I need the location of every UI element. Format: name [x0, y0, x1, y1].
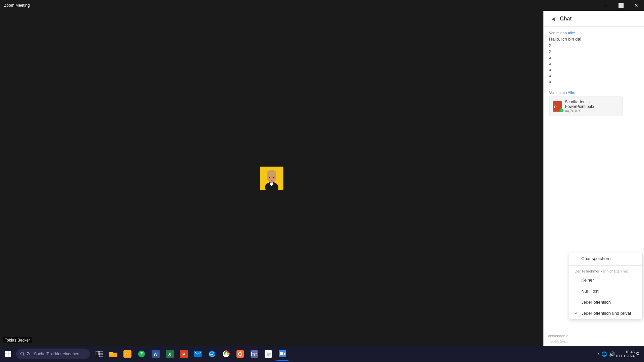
- volume-icon[interactable]: 🔊: [609, 351, 615, 357]
- taskbar-app-69[interactable]: 69: [121, 347, 134, 361]
- svg-rect-6: [267, 173, 276, 176]
- svg-rect-13: [5, 354, 8, 357]
- dropdown-option-public-only[interactable]: Jeder öffentlich: [569, 297, 642, 308]
- svg-rect-11: [5, 351, 8, 354]
- dropdown-option-host-only[interactable]: Nur Host: [569, 286, 642, 297]
- participant-video: [260, 167, 283, 190]
- file-name: Schriftarten in PowerPoint.pptx: [565, 100, 619, 109]
- video-area: Tobias Becker: [0, 11, 543, 346]
- chat-header: ◀ Chat: [544, 11, 644, 27]
- message-sender-1: Von mir an Alle:: [549, 31, 639, 35]
- svg-point-36: [254, 354, 255, 356]
- svg-rect-17: [96, 351, 99, 355]
- file-size: 44,76 KB: [565, 109, 619, 113]
- search-icon: [20, 352, 25, 356]
- file-info: Schriftarten in PowerPoint.pptx 44,76 KB: [565, 100, 619, 113]
- svg-rect-18: [99, 351, 103, 354]
- taskbar-apps: 69 W X P: [93, 347, 289, 361]
- taskbar-design[interactable]: [233, 347, 247, 361]
- taskbar-snip[interactable]: [248, 347, 261, 361]
- taskbar-excel[interactable]: X: [163, 347, 176, 361]
- taskbar-search[interactable]: Zur Suche Text hier eingeben: [16, 349, 90, 359]
- svg-line-16: [23, 355, 25, 356]
- taskbar-search-text: Zur Suche Text hier eingeben: [27, 352, 79, 356]
- maximize-button[interactable]: ⬜: [613, 0, 629, 11]
- taskbar: Zur Suche Text hier eingeben 69: [0, 346, 644, 362]
- dropdown-option-none[interactable]: Keiner: [569, 275, 642, 286]
- chat-title: Chat: [560, 16, 572, 22]
- taskbar-clock[interactable]: 10:45 01.01.2024: [616, 350, 635, 358]
- window-controls: – ⬜ ✕: [598, 0, 644, 11]
- svg-point-8: [273, 177, 274, 178]
- svg-rect-14: [8, 354, 11, 357]
- taskbar-edge[interactable]: [205, 347, 219, 361]
- chat-footer: Versenden a... Tippen Sie...: [544, 331, 644, 346]
- taskbar-powerpoint[interactable]: P: [177, 347, 191, 361]
- taskbar-explorer[interactable]: [107, 347, 120, 361]
- taskbar-zoom[interactable]: [276, 347, 289, 361]
- title-bar: Zoom Meeting – ⬜ ✕: [0, 0, 644, 11]
- window-title: Zoom Meeting: [4, 3, 30, 8]
- message-sender-2: Von mir an Alle:: [549, 90, 639, 95]
- minimize-button[interactable]: –: [598, 0, 613, 11]
- avatar-svg: [260, 167, 283, 190]
- svg-rect-43: [280, 352, 283, 355]
- taskbar-email[interactable]: [191, 347, 205, 361]
- send-to-row: Versenden a...: [548, 334, 640, 338]
- system-tray-arrow[interactable]: ∧: [597, 352, 600, 356]
- svg-rect-12: [8, 351, 11, 354]
- taskbar-spotify[interactable]: [135, 347, 148, 361]
- taskbar-chrome[interactable]: [219, 347, 233, 361]
- svg-rect-19: [99, 354, 103, 357]
- participant-name-label: Tobias Becker: [3, 337, 32, 343]
- message-group-2: Von mir an Alle: P ✓ Schr: [549, 90, 639, 116]
- svg-rect-24: [194, 351, 202, 357]
- avatar-container: [260, 167, 283, 190]
- svg-text:P: P: [554, 105, 556, 109]
- notification-icon[interactable]: 🗨: [636, 352, 640, 356]
- dropdown-save-chat[interactable]: Chat speichern: [569, 253, 642, 264]
- close-button[interactable]: ✕: [629, 0, 644, 11]
- svg-rect-22: [109, 352, 113, 353]
- file-icon-container: P ✓: [553, 101, 562, 112]
- start-button[interactable]: [1, 347, 15, 361]
- file-attachment[interactable]: P ✓ Schriftarten in PowerPoint.pptx 44,7…: [549, 97, 623, 116]
- type-input-hint[interactable]: Tippen Sie...: [548, 339, 640, 343]
- network-icon[interactable]: 🌐: [601, 351, 607, 357]
- dropdown-option-public-private[interactable]: ✓ Jeder öffentlich und privat: [569, 308, 642, 319]
- taskbar-taskview[interactable]: [93, 347, 106, 361]
- svg-rect-21: [109, 353, 113, 355]
- taskbar-word[interactable]: W: [149, 347, 162, 361]
- taskbar-notes[interactable]: [262, 347, 275, 361]
- message-group-1: Von mir an Alle: Hallo, ich bin da! x x …: [549, 31, 639, 85]
- svg-point-29: [225, 353, 227, 355]
- main-content: Tobias Becker ◀ Chat Von mir an Alle: Ha…: [0, 11, 644, 346]
- message-text-1: Hallo, ich bin da! x x x x x x x: [549, 36, 639, 85]
- dropdown-section-label: Der Teilnehmer kann chatten mit:: [569, 267, 642, 275]
- svg-point-15: [21, 352, 24, 355]
- chat-options-dropdown: Chat speichern Der Teilnehmer kann chatt…: [569, 253, 643, 319]
- chat-panel: ◀ Chat Von mir an Alle: Hallo, ich bin d…: [543, 11, 644, 346]
- dropdown-divider: [569, 265, 642, 266]
- taskbar-right: ∧ 🌐 🔊 10:45 01.01.2024 🗨: [597, 350, 643, 358]
- chat-collapse-button[interactable]: ◀: [549, 15, 557, 23]
- svg-point-7: [269, 177, 270, 178]
- file-check-badge: ✓: [559, 108, 564, 112]
